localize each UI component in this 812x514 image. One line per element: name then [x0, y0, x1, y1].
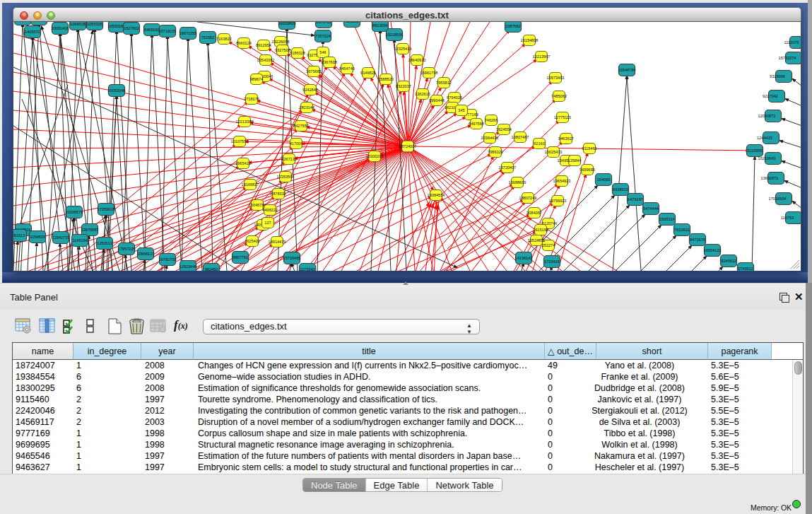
svg-text:2087682: 2087682 — [505, 24, 521, 28]
svg-text:9745612: 9745612 — [738, 267, 753, 271]
svg-text:12213967: 12213967 — [533, 54, 551, 59]
svg-text:18640910: 18640910 — [408, 58, 426, 62]
svg-text:988102: 988102 — [346, 22, 359, 23]
svg-text:12942737: 12942737 — [52, 235, 70, 240]
svg-text:1527602: 1527602 — [124, 26, 139, 30]
svg-text:19166827: 19166827 — [242, 182, 259, 187]
svg-text:12093872: 12093872 — [758, 114, 776, 118]
svg-text:8990448: 8990448 — [429, 98, 445, 103]
svg-text:13692971: 13692971 — [761, 176, 779, 180]
svg-text:19756923: 19756923 — [549, 199, 567, 203]
svg-text:2718176: 2718176 — [244, 97, 259, 101]
svg-text:1876702: 1876702 — [316, 22, 331, 24]
svg-text:8186328: 8186328 — [290, 51, 305, 55]
svg-text:1156829: 1156829 — [30, 235, 45, 239]
svg-text:33975887: 33975887 — [81, 228, 99, 232]
svg-text:7163822: 7163822 — [216, 37, 232, 41]
svg-text:10054122: 10054122 — [704, 248, 722, 252]
svg-text:16548784: 16548784 — [618, 68, 636, 72]
svg-text:1965423: 1965423 — [235, 161, 251, 165]
svg-text:9857791: 9857791 — [233, 255, 248, 259]
svg-text:16671355: 16671355 — [180, 31, 197, 35]
svg-text:9474444: 9474444 — [643, 206, 659, 211]
svg-text:116753: 116753 — [781, 216, 794, 220]
svg-text:7955812: 7955812 — [436, 81, 452, 85]
svg-text:9227342: 9227342 — [763, 94, 778, 98]
svg-text:15716485: 15716485 — [283, 256, 301, 260]
svg-text:1112075: 1112075 — [784, 40, 799, 45]
svg-text:4498222: 4498222 — [262, 208, 278, 212]
svg-text:6479197: 6479197 — [628, 197, 643, 201]
svg-text:6794028: 6794028 — [447, 95, 462, 100]
svg-text:9245612: 9245612 — [721, 259, 736, 263]
svg-text:19654923: 19654923 — [553, 179, 571, 183]
svg-text:8471676: 8471676 — [690, 238, 705, 242]
svg-text:982450: 982450 — [205, 267, 218, 271]
svg-text:417006: 417006 — [290, 141, 303, 146]
svg-text:1405572: 1405572 — [25, 30, 40, 34]
svg-text:9463627: 9463627 — [558, 136, 574, 141]
svg-text:18807249: 18807249 — [519, 196, 537, 200]
svg-text:12775115: 12775115 — [554, 115, 571, 119]
svg-text:18724007: 18724007 — [399, 144, 417, 148]
svg-text:10543382: 10543382 — [257, 58, 275, 62]
svg-text:9329966: 9329966 — [770, 74, 785, 78]
svg-text:20091406: 20091406 — [52, 26, 69, 30]
svg-text:8454749: 8454749 — [339, 66, 355, 71]
svg-text:16961758: 16961758 — [420, 71, 438, 75]
svg-text:19384554: 19384554 — [428, 193, 445, 197]
svg-text:7357224: 7357224 — [315, 34, 331, 38]
svg-text:127: 127 — [264, 221, 271, 225]
svg-text:751552: 751552 — [201, 35, 215, 40]
svg-text:8660124: 8660124 — [236, 41, 252, 45]
svg-text:989674: 989674 — [250, 77, 264, 81]
svg-text:16033809: 16033809 — [278, 22, 296, 25]
svg-text:1173342: 1173342 — [300, 267, 314, 271]
svg-text:1250513: 1250513 — [97, 241, 112, 245]
svg-text:8813054: 8813054 — [372, 23, 388, 28]
svg-text:7485063: 7485063 — [551, 94, 567, 98]
svg-text:10688609: 10688609 — [509, 180, 526, 185]
svg-text:2803144: 2803144 — [299, 105, 314, 110]
svg-text:7625402: 7625402 — [245, 239, 260, 243]
svg-text:15720407: 15720407 — [499, 165, 517, 170]
svg-text:8938923: 8938923 — [613, 187, 628, 192]
svg-text:7632621: 7632621 — [674, 228, 690, 232]
svg-text:8427552: 8427552 — [293, 124, 309, 128]
svg-text:3675685: 3675685 — [306, 69, 322, 74]
svg-text:17016504: 17016504 — [769, 197, 787, 201]
svg-text:13524851: 13524851 — [528, 238, 546, 243]
svg-text:1244415: 1244415 — [757, 136, 772, 140]
svg-text:1588520: 1588520 — [378, 77, 394, 81]
svg-text:10958127: 10958127 — [137, 252, 155, 256]
svg-text:746266: 746266 — [485, 118, 498, 122]
svg-text:12325419: 12325419 — [394, 47, 412, 51]
svg-text:15751074: 15751074 — [779, 56, 796, 60]
svg-text:1733426: 1733426 — [544, 259, 560, 264]
svg-text:1145194: 1145194 — [72, 238, 87, 243]
svg-text:10719155: 10719155 — [159, 29, 177, 33]
svg-text:16210643: 16210643 — [758, 156, 776, 160]
svg-text:6466160: 6466160 — [144, 28, 160, 32]
svg-text:20053346: 20053346 — [108, 88, 126, 93]
svg-text:9146821: 9146821 — [360, 71, 376, 75]
svg-text:164095: 164095 — [597, 177, 611, 182]
svg-text:252274: 252274 — [542, 243, 555, 247]
svg-text:16782759: 16782759 — [159, 257, 177, 262]
svg-text:1615192: 1615192 — [533, 228, 548, 232]
svg-text:9115460: 9115460 — [582, 146, 596, 151]
svg-text:2935114: 2935114 — [659, 217, 674, 221]
svg-text:3215955: 3215955 — [747, 148, 763, 153]
svg-text:16154808: 16154808 — [521, 38, 539, 42]
svg-text:1066528: 1066528 — [70, 22, 86, 26]
svg-text:2367608: 2367608 — [322, 60, 337, 64]
svg-text:9699695: 9699695 — [579, 168, 595, 172]
svg-text:25300203: 25300203 — [366, 154, 384, 158]
svg-text:345: 345 — [458, 108, 464, 112]
svg-text:1055326: 1055326 — [87, 22, 102, 26]
svg-text:546: 546 — [319, 50, 326, 54]
svg-text:8878332: 8878332 — [271, 192, 286, 196]
svg-text:14136141: 14136141 — [515, 256, 533, 260]
svg-text:135844: 135844 — [568, 158, 582, 163]
svg-text:8912954: 8912954 — [256, 43, 271, 47]
